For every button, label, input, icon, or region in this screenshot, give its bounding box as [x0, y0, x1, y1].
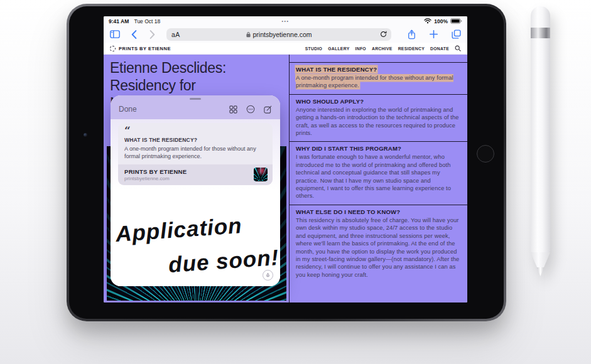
section-title: WHY DID I START THIS PROGRAM?: [296, 145, 461, 152]
search-icon[interactable]: [455, 45, 461, 51]
url-text: printsbyetienne.com: [253, 31, 312, 38]
link-title: PRINTS BY ETIENNE: [124, 168, 187, 175]
note-header: Done: [111, 95, 280, 119]
nav-item-donate[interactable]: DONATE: [430, 46, 449, 51]
safari-toolbar: aA printsbyetienne.com: [104, 26, 467, 43]
pencil-mode-icon[interactable]: [263, 270, 273, 281]
more-options-icon[interactable]: [246, 105, 255, 114]
section-why-start-program: WHY DID I START THIS PROGRAM? I was fort…: [290, 141, 467, 204]
drag-handle[interactable]: [190, 98, 201, 100]
section-body: Anyone interested in exploring the world…: [296, 106, 461, 137]
quote-title: WHAT IS THE RESIDENCY?: [124, 137, 266, 143]
highlighted-text: A one-month program intended for those w…: [296, 75, 453, 88]
status-time: 9:41 AM: [109, 18, 129, 24]
battery-percent: 100%: [434, 18, 448, 24]
notes-grid-icon[interactable]: [229, 105, 237, 114]
site-nav: PRINTS BY ETIENNE STUDIO GALLERY INFO AR…: [104, 43, 467, 55]
note-body: “ WHAT IS THE RESIDENCY? A one-month pro…: [111, 119, 280, 286]
front-camera: [84, 133, 87, 137]
status-date: Tue Oct 18: [134, 18, 161, 24]
done-button[interactable]: Done: [119, 105, 137, 114]
ipad-screen: 9:41 AM Tue Oct 18 ••• 100%: [104, 16, 467, 302]
link-preview[interactable]: PRINTS BY ETIENNE printsbyetienne.com: [118, 164, 273, 185]
section-who-should-apply: WHO SHOULD APPLY? Anyone interested in e…: [290, 94, 467, 142]
nav-item-info[interactable]: INFO: [355, 46, 366, 51]
forward-icon[interactable]: [149, 30, 155, 39]
status-bar: 9:41 AM Tue Oct 18 ••• 100%: [104, 16, 467, 26]
brand-name: PRINTS BY ETIENNE: [119, 46, 171, 51]
battery-icon: [450, 18, 462, 24]
wifi-icon: [424, 18, 431, 24]
refresh-icon[interactable]: [380, 31, 387, 38]
site-logo-link[interactable]: PRINTS BY ETIENNE: [110, 46, 171, 51]
sidebar-toggle-icon[interactable]: [110, 30, 120, 38]
link-domain: printsbyetienne.com: [124, 176, 187, 181]
handwriting-area[interactable]: Application due soon!: [111, 201, 280, 286]
section-title: WHAT IS THE RESIDENCY?: [296, 66, 377, 73]
pencil-tip: [537, 267, 545, 276]
stamp-circle-icon: [110, 46, 116, 51]
apple-pencil: [531, 6, 550, 276]
pencil-taper: [531, 252, 550, 268]
section-title: WHAT ELSE DO I NEED TO KNOW?: [296, 208, 461, 215]
nav-item-residency[interactable]: RESIDENCY: [398, 46, 425, 51]
section-body: I was fortunate enough to have a wonderf…: [296, 153, 461, 200]
compose-note-icon[interactable]: [264, 105, 272, 114]
section-body: This residency is absolutely free of cha…: [296, 217, 461, 279]
section-title: WHO SHOULD APPLY?: [296, 98, 461, 105]
address-bar[interactable]: aA printsbyetienne.com: [166, 28, 391, 41]
tabs-icon[interactable]: [452, 29, 461, 39]
quote-icon: “: [124, 127, 266, 134]
pencil-silver-band: [531, 28, 550, 38]
quoted-link-card[interactable]: “ WHAT IS THE RESIDENCY? A one-month pro…: [118, 123, 273, 164]
section-what-is-residency: WHAT IS THE RESIDENCY? A one-month progr…: [290, 62, 467, 94]
section-what-else-to-know: WHAT ELSE DO I NEED TO KNOW? This reside…: [290, 205, 467, 283]
multitask-dots-icon: •••: [282, 19, 290, 23]
new-tab-icon[interactable]: [430, 30, 438, 38]
back-icon[interactable]: [131, 30, 137, 39]
home-button[interactable]: [477, 145, 494, 163]
pencil-body: [531, 6, 550, 252]
quote-body: A one-month program intended for those w…: [124, 145, 266, 160]
product-shot: 9:41 AM Tue Oct 18 ••• 100%: [0, 0, 591, 364]
quick-note-overlay: Done “: [111, 95, 280, 286]
nav-item-studio[interactable]: STUDIO: [305, 46, 322, 51]
nav-item-gallery[interactable]: GALLERY: [328, 46, 349, 51]
ipad-device: 9:41 AM Tue Oct 18 ••• 100%: [67, 4, 506, 321]
nav-item-archive[interactable]: ARCHIVE: [372, 46, 393, 51]
handwriting-line: Application: [115, 213, 243, 247]
link-thumbnail: [254, 168, 268, 181]
lock-icon: [246, 31, 251, 38]
reader-button[interactable]: aA: [171, 31, 180, 38]
share-icon[interactable]: [408, 29, 416, 40]
right-column: WHAT IS THE RESIDENCY? A one-month progr…: [290, 55, 467, 302]
